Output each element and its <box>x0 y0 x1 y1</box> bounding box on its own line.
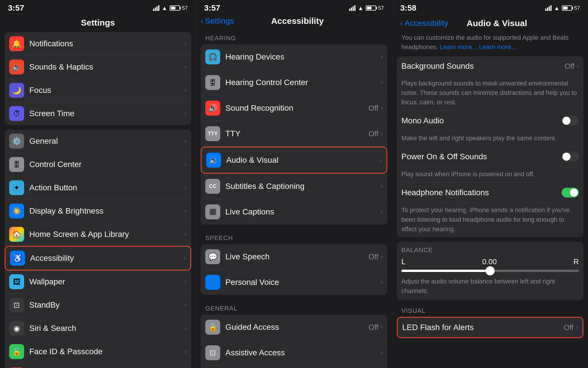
accessibility-icon: ♿ <box>10 251 25 266</box>
status-time-3: 3:58 <box>400 3 416 13</box>
av-learn-more-text[interactable]: Learn more... <box>479 43 517 51</box>
livecaptions-label: Live Captions <box>225 207 381 216</box>
tty-icon: TTY <box>205 126 220 141</box>
focus-icon: 🌙 <box>9 83 24 98</box>
assistiveaccess-icon: ⊡ <box>205 345 220 360</box>
faceid-icon: 🔓 <box>9 344 24 359</box>
hearing-group: 🎧 Hearing Devices › 🎛 Hearing Control Ce… <box>201 44 387 225</box>
row-personalvoice[interactable]: 👤 Personal Voice › <box>201 270 387 295</box>
acc-header: ‹ Settings Accessibility <box>196 15 392 29</box>
balance-right-label: R <box>573 257 579 266</box>
display-chevron: › <box>185 207 187 215</box>
accessibility-label: Accessibility <box>30 254 181 263</box>
balance-slider-track[interactable] <box>401 270 579 272</box>
row-siri-acc[interactable]: ◉ Siri › <box>201 366 387 368</box>
wifi-icon-3: ▲ <box>554 5 560 12</box>
actionbutton-chevron: › <box>185 184 187 191</box>
av-learn-more-link[interactable]: Learn more... <box>440 43 477 51</box>
hearingcontrolcenter-chevron: › <box>381 79 383 86</box>
actionbutton-icon: ✦ <box>9 180 24 195</box>
settings-group-top: 🔔 Notifications › 🔈 Sounds & Haptics › 🌙… <box>5 32 191 125</box>
monoaudio-toggle[interactable] <box>562 116 579 126</box>
row-notifications[interactable]: 🔔 Notifications › <box>5 32 191 55</box>
focus-label: Focus <box>29 86 182 95</box>
headphonenotifications-label: Headphone Notifications <box>401 188 562 197</box>
row-subtitles[interactable]: CC Subtitles & Captioning › <box>201 174 387 199</box>
tty-chevron: › <box>381 130 383 137</box>
poweronsounds-label: Power On & Off Sounds <box>401 152 562 161</box>
general-icon: ⚙️ <box>9 134 24 149</box>
panel-accessibility: 3:57 ▲ 57 ‹ Settings Accessibility <box>196 0 392 368</box>
row-backgroundsounds[interactable]: Background Sounds Off › <box>397 56 583 76</box>
backgroundsounds-value: Off <box>564 62 574 71</box>
signal-icon-3 <box>545 5 552 11</box>
row-hearingdevices[interactable]: 🎧 Hearing Devices › <box>201 44 387 70</box>
row-display[interactable]: ☀️ Display & Brightness › <box>5 200 191 223</box>
visual-label: VISUAL <box>397 305 583 317</box>
balance-slider-fill <box>401 270 490 272</box>
row-sounds[interactable]: 🔈 Sounds & Haptics › <box>5 55 191 79</box>
row-focus[interactable]: 🌙 Focus › <box>5 79 191 102</box>
row-homescreen[interactable]: 🏠 Home Screen & App Library › <box>5 223 191 246</box>
accessibility-chevron: › <box>184 254 186 262</box>
row-ledflash[interactable]: LED Flash for Alerts Off › <box>397 317 583 338</box>
balance-slider-thumb[interactable] <box>486 266 495 275</box>
row-accessibility[interactable]: ♿ Accessibility › <box>5 246 191 271</box>
row-faceid[interactable]: 🔓 Face ID & Passcode › <box>5 340 191 363</box>
guidedaccess-label: Guided Access <box>225 323 368 332</box>
row-emergencysos[interactable]: 🆘 Emergency SOS › <box>5 363 191 368</box>
row-livespeech[interactable]: 💬 Live Speech Off › <box>201 244 387 270</box>
actionbutton-label: Action Button <box>29 183 182 192</box>
row-assistiveaccess[interactable]: ⊡ Assistive Access › <box>201 340 387 366</box>
poweronsounds-toggle[interactable] <box>562 152 579 162</box>
livecaptions-chevron: › <box>381 208 383 216</box>
homescreen-label: Home Screen & App Library <box>29 230 182 239</box>
sounds-chevron: › <box>185 63 187 71</box>
row-soundrecognition[interactable]: 🔊 Sound Recognition Off › <box>201 95 387 121</box>
row-wallpaper[interactable]: 🖼 Wallpaper › <box>5 270 191 294</box>
display-label: Display & Brightness <box>29 206 182 216</box>
livespeech-label: Live Speech <box>225 252 368 261</box>
siri-chevron: › <box>185 325 187 332</box>
row-monoaudio[interactable]: Mono Audio <box>397 111 583 131</box>
screentime-label: Screen Time <box>29 109 182 118</box>
wifi-icon-1: ▲ <box>162 5 167 12</box>
general-label: General <box>29 137 182 146</box>
notifications-chevron: › <box>185 40 187 47</box>
row-actionbutton[interactable]: ✦ Action Button › <box>5 176 191 200</box>
speech-group: 💬 Live Speech Off › 👤 Personal Voice › <box>201 244 387 295</box>
row-hearingcontrolcenter[interactable]: 🎛 Hearing Control Center › <box>201 70 387 95</box>
status-bar-2: 3:57 ▲ 57 <box>196 0 392 15</box>
row-controlcenter[interactable]: 🎛 Control Center › <box>5 153 191 176</box>
livecaptions-icon: ⬛ <box>205 204 220 219</box>
row-general[interactable]: ⚙️ General › <box>5 130 191 153</box>
standby-label: StandBy <box>29 300 182 310</box>
back-label: Settings <box>205 16 234 26</box>
headphonenotifications-toggle[interactable] <box>562 188 579 198</box>
row-audiovisual[interactable]: 🔉 Audio & Visual › <box>201 147 387 174</box>
row-headphonenotifications[interactable]: Headphone Notifications <box>397 183 583 203</box>
row-siri[interactable]: ◉ Siri & Search › <box>5 317 191 340</box>
livespeech-icon: 💬 <box>205 249 220 264</box>
soundrecognition-label: Sound Recognition <box>225 103 368 113</box>
general-acc-header: GENERAL <box>201 300 387 315</box>
accessibility-page-title: Accessibility <box>271 16 324 26</box>
general-chevron: › <box>185 137 187 145</box>
row-tty[interactable]: TTY TTY Off › <box>201 121 387 147</box>
back-to-accessibility[interactable]: ‹ Accessibility <box>400 19 448 28</box>
siri-icon: ◉ <box>9 321 24 336</box>
backgroundsounds-chevron: › <box>577 62 579 70</box>
row-guidedaccess[interactable]: 🔒 Guided Access Off › <box>201 315 387 340</box>
balance-label: BALANCE <box>401 246 579 254</box>
status-icons-1: ▲ 57 <box>153 5 188 12</box>
row-screentime[interactable]: ⏱ Screen Time › <box>5 102 191 125</box>
soundrecognition-chevron: › <box>381 104 383 112</box>
row-poweronsounds[interactable]: Power On & Off Sounds <box>397 147 583 167</box>
ledflash-label: LED Flash for Alerts <box>402 323 564 332</box>
hearingcontrolcenter-label: Hearing Control Center <box>225 78 381 87</box>
row-standby[interactable]: ⊡ StandBy › <box>5 294 191 317</box>
hearingcontrolcenter-icon: 🎛 <box>205 75 220 90</box>
back-to-settings[interactable]: ‹ Settings <box>201 16 234 26</box>
row-livecaptions[interactable]: ⬛ Live Captions › <box>201 199 387 225</box>
faceid-chevron: › <box>185 348 187 355</box>
